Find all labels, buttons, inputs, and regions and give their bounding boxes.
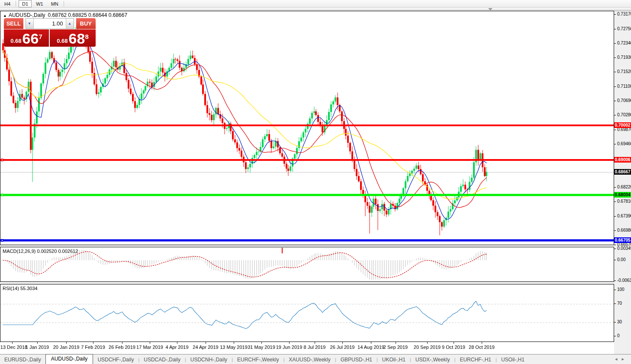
- axis-tick: [614, 260, 616, 260]
- date-tick: [66, 342, 67, 344]
- date-tick: [122, 342, 122, 344]
- rsi-tick-label: 100: [617, 287, 625, 292]
- axis-tick: [614, 322, 616, 322]
- date-tick: [234, 342, 234, 344]
- rsi-tick-label: 70: [617, 301, 622, 306]
- price-tick-label: 0.71520: [617, 69, 631, 74]
- tab-scroll-arrows: ◂▸: [615, 356, 628, 362]
- price-tick-label: 0.72340: [617, 41, 631, 45]
- chart-tab-xauusd-weekly[interactable]: XAUUSD-,Weekly: [284, 355, 335, 364]
- macd-indicator-pane[interactable]: MACD(12,26,9) 0.002520 0.002612: [0, 247, 614, 282]
- date-tick: [12, 342, 13, 344]
- rsi-indicator-label: RSI(14) 55.3034: [3, 286, 38, 291]
- date-label: 17 Mar 2019: [136, 345, 163, 350]
- price-tick-label: 0.66980: [617, 228, 631, 233]
- axis-tick: [614, 290, 616, 290]
- date-tick: [93, 342, 93, 344]
- buy-button[interactable]: BUY: [76, 18, 96, 29]
- date-label: 19 Jun 2019: [276, 345, 303, 350]
- axis-tick: [614, 216, 616, 217]
- date-tick: [427, 342, 428, 344]
- volume-input[interactable]: 1.00: [34, 19, 66, 29]
- chart-tab-usdcnh-daily[interactable]: USDCNH-,Daily: [186, 355, 232, 364]
- buy-price-display[interactable]: 0.68 68 8: [50, 29, 96, 47]
- date-label: 20 Jan 2019: [53, 345, 80, 350]
- price-tick-label: 0.67390: [617, 214, 631, 218]
- buy-price-pip: 8: [85, 33, 88, 40]
- rsi-tick-label: 0: [617, 333, 620, 338]
- date-label: 26 Feb 2019: [109, 345, 135, 350]
- price-tick-label: 0.73170: [617, 12, 631, 16]
- axis-tick: [614, 230, 616, 231]
- price-line-tag: 0.66705: [614, 237, 631, 243]
- macd-canvas[interactable]: [0, 247, 614, 281]
- collapse-panel-icon[interactable]: ▲: [3, 13, 7, 18]
- chart-tab-audusd-daily[interactable]: AUDUSD-,Daily: [45, 354, 93, 364]
- axis-tick: [614, 101, 616, 101]
- axis-tick: [614, 57, 616, 58]
- date-tick: [342, 342, 343, 344]
- macd-indicator-label: MACD(12,26,9) 0.002520 0.002612: [3, 249, 78, 254]
- price-tick-label: 0.71930: [617, 55, 631, 60]
- date-label: 31 May 2019: [248, 345, 275, 350]
- date-label: 8 Jul 2019: [304, 345, 326, 350]
- date-tick: [150, 342, 150, 344]
- buy-price-big: 68: [69, 30, 85, 47]
- date-label: 4 Apr 2019: [165, 345, 188, 350]
- period-button-w1[interactable]: W1: [32, 0, 47, 7]
- axis-tick: [614, 144, 616, 144]
- period-toolbar: H4 D1 W1 MN: [0, 0, 631, 8]
- tab-scroll-right-icon[interactable]: ▸: [621, 356, 628, 361]
- axis-tick: [614, 14, 616, 15]
- axis-tick: [614, 115, 616, 115]
- scroll-position-marker-icon[interactable]: [488, 8, 493, 10]
- volume-increase-icon[interactable]: ▲: [66, 19, 74, 29]
- date-label: 24 Apr 2019: [193, 345, 218, 350]
- date-tick: [37, 342, 38, 344]
- axis-tick: [614, 201, 616, 202]
- rsi-indicator-pane[interactable]: RSI(14) 55.3034: [0, 284, 614, 342]
- rsi-canvas[interactable]: [0, 284, 614, 342]
- axis-tick: [614, 245, 616, 245]
- axis-tick: [614, 281, 616, 281]
- chart-tab-usoil-h1[interactable]: USOil-,H1: [497, 355, 529, 364]
- chart-tab-gbpusd-h1[interactable]: GBPUSD-,H1: [336, 355, 377, 364]
- main-chart-pane[interactable]: ▲AUDUSD-,Daily0.68762 0.68825 0.68644 0.…: [0, 11, 614, 245]
- period-button-d1[interactable]: D1: [19, 0, 32, 7]
- date-label: 28 Oct 2019: [469, 345, 495, 350]
- chart-tab-eurchf-weekly[interactable]: EURCHF-,Weekly: [233, 355, 283, 364]
- tab-scroll-left-icon[interactable]: ◂: [615, 356, 622, 361]
- price-tick-label: 0.68220: [617, 185, 631, 189]
- chart-tab-eurchf-h1[interactable]: EURCHF-,H1: [455, 355, 496, 364]
- date-label: 1 Jan 2019: [26, 345, 49, 350]
- current-price-tag: 0.68667: [614, 169, 631, 175]
- date-label: 13 Dec 2018: [0, 345, 27, 350]
- chart-ohlc-readout: 0.68762 0.68825 0.68644 0.68667: [48, 12, 128, 18]
- volume-decrease-icon[interactable]: ▼: [26, 19, 34, 29]
- chart-tab-eurusd-daily[interactable]: EURUSD-,Daily: [0, 355, 45, 364]
- date-tick: [289, 342, 290, 344]
- axis-tick: [614, 249, 616, 249]
- chart-tab-usdchf-daily[interactable]: USDCHF-,Daily: [93, 355, 138, 364]
- date-tick: [396, 342, 396, 344]
- chart-tab-ukoil-h1[interactable]: UKOil-,H1: [378, 355, 410, 364]
- period-button-mn[interactable]: MN: [48, 0, 62, 7]
- chart-tab-usdcad-daily[interactable]: USDCAD-,Daily: [139, 355, 185, 364]
- price-tick-label: 0.67810: [617, 199, 631, 204]
- axis-tick: [614, 86, 616, 87]
- period-button-h4[interactable]: H4: [1, 0, 14, 7]
- date-tick: [482, 342, 482, 344]
- date-label: 14 Aug 2019: [357, 345, 384, 350]
- date-label: 13 May 2019: [220, 345, 248, 350]
- date-label: 2 Sep 2019: [383, 345, 408, 350]
- date-label: 9 Oct 2019: [442, 345, 465, 350]
- price-line-tag: 0.70002: [614, 122, 631, 128]
- sell-button[interactable]: SELL: [4, 18, 23, 29]
- price-tick-label: 0.70280: [617, 112, 631, 117]
- price-line-tag: 0.68004: [614, 192, 631, 198]
- chart-tab-usdx-weekly[interactable]: USDX-,Weekly: [411, 355, 454, 364]
- date-axis[interactable]: 13 Dec 20181 Jan 201920 Jan 20197 Feb 20…: [0, 342, 614, 354]
- sell-price-display[interactable]: 0.68 66 7: [4, 29, 49, 47]
- rsi-tick-label: 30: [617, 319, 622, 324]
- toolbar-separator: [16, 1, 16, 6]
